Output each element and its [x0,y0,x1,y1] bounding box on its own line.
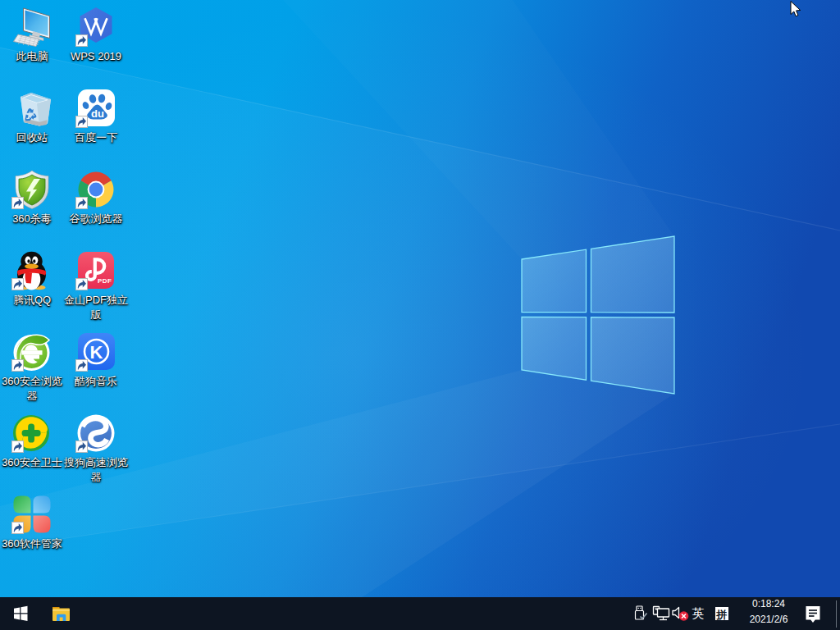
svg-text:K: K [90,342,103,363]
svg-text:du: du [91,107,104,120]
svg-text:PDF: PDF [98,277,112,285]
svg-text:拼: 拼 [716,609,728,621]
